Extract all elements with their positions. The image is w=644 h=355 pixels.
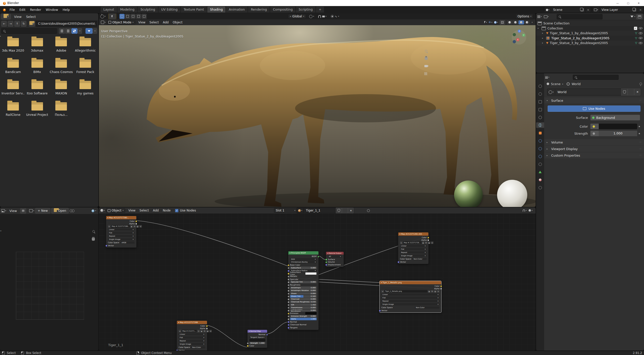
toolbar-expand-arrow-icon[interactable]: ▸ — [1, 230, 2, 232]
viewport-menu-object[interactable]: Object — [171, 20, 184, 25]
folder-item[interactable]: Allegorithmic — [73, 38, 97, 52]
colorspace-dropdown[interactable]: Non-Color — [413, 258, 427, 260]
input-socket[interactable] — [176, 349, 178, 350]
input-socket[interactable] — [288, 293, 290, 295]
normal-map-node[interactable]: ▾ Normal MapNormalTangent Space▾Strength… — [247, 330, 267, 348]
transform-orientation-dropdown[interactable]: ⌖Global▾ — [288, 14, 306, 19]
principled-bsdf-node[interactable]: ▾ Principled BSDFBSDFGGX▾Christensen-Bur… — [288, 251, 319, 330]
animate-color-dot[interactable] — [639, 126, 640, 127]
scene-icon[interactable]: ▾ — [544, 7, 551, 13]
hamburger-menu-icon[interactable] — [20, 208, 26, 214]
image-editor-canvas[interactable]: ▸ — [0, 214, 98, 350]
select-mode-0[interactable] — [119, 14, 125, 19]
properties-tab-object[interactable] — [536, 130, 544, 136]
disclosure-icon[interactable]: ▸ — [542, 42, 545, 44]
world-datablock-name[interactable]: World — [555, 90, 621, 94]
display-thumbnails-icon[interactable] — [71, 28, 77, 34]
input-socket[interactable] — [288, 298, 290, 300]
tab-compositing[interactable]: Compositing — [270, 7, 295, 13]
image-texture-node[interactable]: ▾ Tiger_1_Metallic.pngColorAlpha▾Tiger_1… — [379, 281, 441, 313]
node-dropdown[interactable]: Flat▾ — [108, 232, 135, 234]
pin-icon[interactable] — [639, 83, 642, 85]
new-folder-icon[interactable]: + — [29, 21, 35, 27]
tab-shading[interactable]: Shading — [207, 7, 226, 13]
maximize-button[interactable]: ▢ — [623, 0, 633, 6]
output-socket[interactable] — [266, 334, 268, 336]
node-snapping-magnet-icon[interactable]: ▾ — [522, 209, 527, 212]
input-socket[interactable] — [288, 296, 290, 298]
input-socket[interactable] — [379, 310, 381, 312]
outliner-row-scene-collection[interactable]: Scene Collection — [536, 21, 644, 26]
color-swatch[interactable] — [305, 272, 317, 275]
disclosure-icon[interactable]: ▸ — [542, 32, 545, 34]
input-socket[interactable] — [288, 267, 290, 269]
input-socket[interactable] — [288, 315, 290, 317]
tab-uv-editing[interactable]: UV Editing — [158, 7, 180, 13]
colorspace-dropdown[interactable]: sRGB — [120, 241, 135, 244]
fake-user-shield-icon[interactable]: ◆ — [130, 225, 133, 228]
input-socket[interactable] — [288, 321, 290, 323]
use-nodes-button[interactable]: Use Nodes — [548, 105, 640, 112]
strength-slider[interactable]: 1.000 — [590, 131, 637, 136]
select-mode-4[interactable] — [142, 14, 147, 19]
copy-datablock-icon[interactable] — [628, 89, 634, 95]
properties-tab-physics[interactable] — [536, 154, 544, 159]
axis-z[interactable]: Z — [518, 29, 521, 33]
folder-item[interactable]: Bandicam — [1, 59, 25, 74]
value-slider[interactable]: Sheen Tint0.500 — [290, 295, 317, 298]
slot-dropdown[interactable]: Slot 1▾ — [274, 208, 297, 213]
menu-help[interactable]: Help — [60, 7, 72, 12]
output-socket[interactable] — [427, 237, 429, 239]
properties-tab-output[interactable] — [536, 99, 544, 104]
shader-menu-node[interactable]: Node — [161, 208, 173, 213]
node-dropdown[interactable]: Flat▾ — [179, 336, 205, 339]
shading-rendered-icon[interactable] — [524, 20, 530, 24]
properties-tab-render[interactable] — [536, 91, 544, 97]
output-socket[interactable] — [135, 220, 137, 222]
outliner-filter-dropdown[interactable]: ▾ — [630, 16, 635, 18]
output-socket[interactable] — [440, 288, 442, 290]
outliner-row-object[interactable]: ▸▼Tiger_Statue_1_by_doubleagent2005▽ — [536, 31, 644, 36]
material-output-node[interactable]: ▾ Material OutputAll▾SurfaceVolumeDispla… — [326, 252, 344, 267]
node-dropdown[interactable]: Linear▾ — [179, 333, 205, 336]
editor-type-outliner-icon[interactable]: ▾ — [537, 15, 542, 18]
viewport-menu-add[interactable]: Add — [161, 20, 171, 25]
view-layer-selector[interactable]: ▾ View Layer ✕ — [592, 7, 643, 13]
outliner-row-collection[interactable]: ▾Collection✓ — [536, 26, 644, 31]
image-selector[interactable]: ▾Map # 212271728...◆⧉▤✕ — [400, 241, 433, 244]
open-image-folder-icon[interactable]: ▤ — [136, 225, 139, 228]
breadcrumb-scene[interactable]: Scene — [551, 82, 560, 86]
axis-x[interactable]: X — [516, 38, 519, 41]
panel-header-custom-properties[interactable]: ▸Custom Properties∷ — [544, 152, 644, 158]
tab-scripting[interactable]: Scripting — [296, 7, 315, 13]
axis-y[interactable]: Y — [522, 33, 525, 37]
shader-menu-view[interactable]: View — [126, 208, 137, 213]
value-slider[interactable]: Emission Strength0.000 — [290, 315, 317, 317]
input-socket[interactable] — [105, 245, 107, 247]
input-socket[interactable] — [288, 327, 290, 329]
file-browser-menu-view[interactable]: View — [12, 14, 24, 19]
input-socket[interactable] — [397, 261, 399, 263]
unlink-image-icon[interactable]: ✕ — [139, 225, 142, 228]
tab-sculpting[interactable]: Sculpting — [138, 7, 158, 13]
colorspace-dropdown[interactable]: Non-Color — [415, 306, 439, 309]
outliner-search-input[interactable] — [557, 14, 602, 19]
close-button[interactable]: ✕ — [633, 0, 644, 6]
viewport-pan-hand-icon[interactable] — [425, 57, 428, 60]
menu-window[interactable]: Window — [44, 7, 60, 12]
properties-filter-icon[interactable]: ▾ — [545, 76, 549, 79]
input-socket[interactable] — [247, 345, 249, 347]
folder-item[interactable]: Inventor Serv... — [1, 81, 25, 95]
image-selector[interactable]: ▾Tiger_1_Metallic.png◆⧉▤✕ — [381, 290, 439, 293]
input-socket[interactable] — [247, 342, 249, 344]
folder-item[interactable]: BIMx — [25, 59, 49, 74]
node-dropdown[interactable]: Repeat▾ — [179, 340, 205, 342]
node-header[interactable]: ▾ Map #212271281.001 — [398, 232, 428, 236]
input-socket[interactable] — [288, 307, 290, 309]
shading-dropdown[interactable]: ▾ — [532, 21, 533, 23]
fake-user-shield-icon[interactable]: ◆ — [200, 330, 203, 333]
properties-tab-scene[interactable] — [536, 115, 544, 120]
image-texture-node[interactable]: ▾ Map #2122717288ColorAlpha▾Map # 212271… — [177, 321, 207, 350]
node-header[interactable]: ▾ Map #2122717280... — [106, 216, 136, 219]
output-socket[interactable] — [206, 328, 208, 330]
